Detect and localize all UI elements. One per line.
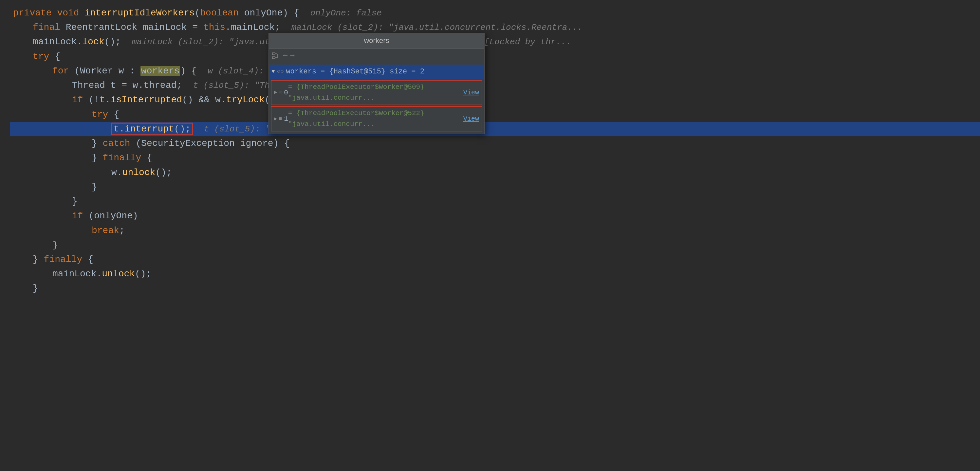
code-text: {	[108, 110, 119, 120]
code-text: (	[195, 8, 200, 18]
code-text: ();	[104, 37, 132, 47]
child-value: = {ThreadPoolExecutor$Worker@522} "java.…	[288, 108, 461, 129]
child-expand-icon: ▶	[274, 88, 277, 97]
code-text: }	[33, 254, 44, 265]
code-text: ();	[135, 269, 151, 279]
expand-arrow-icon: ▼	[271, 67, 275, 77]
child-key: 1	[284, 114, 288, 125]
code-text	[193, 124, 204, 134]
popup-child-row[interactable]: ▶ ≡ 0 = {ThreadPoolExecutor$Worker@509} …	[271, 80, 482, 105]
popup-title: workers	[269, 33, 484, 48]
child-value: = {ThreadPoolExecutor$Worker@509} "java.…	[288, 82, 461, 103]
popup-child-row[interactable]: ▶ ≡ 1 = {ThreadPoolExecutor$Worker@522} …	[271, 106, 482, 131]
method-name: interruptIdleWorkers	[84, 8, 194, 18]
code-text: {	[141, 153, 152, 163]
method-name: unlock	[123, 168, 156, 178]
code-text: Thread t = w.thread;	[72, 80, 193, 91]
keyword: final	[33, 22, 60, 32]
keyword: finally	[103, 153, 142, 163]
method-name: lock	[82, 37, 104, 47]
code-line: }	[10, 180, 980, 194]
forward-button[interactable]: →	[290, 50, 294, 61]
tree-icon	[271, 52, 281, 59]
code-line: break;	[10, 224, 980, 238]
code-text: mainLock.	[52, 269, 102, 279]
code-text: }	[92, 138, 103, 148]
inline-hint: mainLock (slot_2): "java.util.concurrent…	[291, 22, 582, 32]
code-line: try {	[10, 49, 980, 64]
code-line: for (Worker w : workers) { w (slot_4): "…	[10, 64, 980, 78]
code-line: mainLock.lock(); mainLock (slot_2): "jav…	[10, 35, 980, 49]
keyword: for	[52, 66, 69, 76]
code-text: {	[82, 254, 93, 265]
keyword: try	[33, 51, 49, 62]
code-text: }	[92, 153, 103, 163]
code-text: (SecurityException ignore) {	[130, 138, 290, 148]
code-line: }	[10, 238, 980, 252]
popup-toolbar: ← →	[269, 48, 484, 63]
list-item-icon: ≡	[279, 115, 282, 123]
code-line: }	[10, 281, 980, 295]
method-name: tryLock	[226, 95, 264, 105]
keyword: try	[92, 110, 108, 120]
popup-content: ▼ ○○ workers = {HashSet@515} size = 2 ▶ …	[269, 63, 484, 134]
method-name: isInterrupted	[111, 95, 182, 105]
code-line: mainLock.unlock();	[10, 267, 980, 281]
code-text: onlyOne) {	[239, 8, 310, 18]
code-text: .mainLock;	[225, 22, 291, 32]
workers-variable: workers	[140, 66, 180, 76]
keyword: if	[72, 211, 83, 221]
code-text: w.	[111, 168, 123, 178]
list-item-icon: ≡	[279, 88, 282, 97]
inline-hint: onlyOne: false	[310, 8, 382, 18]
svg-rect-1	[272, 57, 275, 59]
code-line: if (!t.isInterrupted() && w.tryLock()) {…	[10, 93, 980, 107]
keyword: catch	[103, 138, 130, 148]
keyword: this	[203, 22, 225, 32]
keyword: boolean	[200, 8, 239, 18]
code-text: ();	[155, 168, 172, 178]
keyword: if	[72, 95, 83, 105]
code-line: if (onlyOne)	[10, 209, 980, 223]
method-name: unlock	[102, 269, 135, 279]
keyword: break	[92, 225, 119, 236]
code-text: mainLock.	[33, 37, 82, 47]
svg-rect-0	[272, 53, 275, 55]
code-text: () && w.	[182, 95, 226, 105]
code-text: ;	[119, 225, 125, 236]
keyword: finally	[44, 254, 83, 265]
back-button[interactable]: ←	[283, 50, 288, 61]
keyword: private void	[13, 8, 84, 18]
code-line: }	[10, 194, 980, 209]
code-text: ) {	[180, 66, 208, 76]
code-text: }	[72, 196, 78, 206]
code-line: private void interruptIdleWorkers(boolea…	[10, 6, 980, 20]
interrupt-call: t.interrupt();	[111, 123, 193, 136]
root-item-text: workers = {HashSet@515} size = 2	[286, 66, 424, 77]
code-line: } finally {	[10, 151, 980, 165]
code-line: t.interrupt(); t (slot_5): "Threa...	[10, 122, 980, 136]
child-expand-icon: ▶	[274, 115, 277, 123]
code-line: w.unlock();	[10, 166, 980, 180]
workers-popup[interactable]: workers ← → ▼ ○○ workers = {HashSet@515}…	[269, 33, 485, 134]
code-line: try {	[10, 107, 980, 122]
code-text: {	[49, 51, 60, 62]
code-text: (!t.	[83, 95, 111, 105]
popup-children-list: ▶ ≡ 0 = {ThreadPoolExecutor$Worker@509} …	[269, 80, 484, 131]
code-text: (Worker w :	[69, 66, 140, 76]
code-text: }	[33, 283, 38, 293]
view-link[interactable]: View	[463, 88, 479, 98]
code-text: ReentrantLock mainLock =	[60, 22, 203, 32]
view-link[interactable]: View	[463, 114, 479, 124]
code-editor: private void interruptIdleWorkers(boolea…	[0, 0, 980, 302]
code-line: final ReentrantLock mainLock = this.main…	[10, 20, 980, 35]
child-key: 0	[284, 88, 288, 98]
code-text: (onlyOne)	[83, 211, 138, 221]
code-line: } catch (SecurityException ignore) {	[10, 136, 980, 151]
code-line: } finally {	[10, 252, 980, 267]
collection-icon: ○○	[277, 67, 284, 77]
code-text: }	[52, 240, 58, 250]
popup-root-row[interactable]: ▼ ○○ workers = {HashSet@515} size = 2	[269, 65, 484, 79]
code-line: Thread t = w.thread; t (slot_5): "Thread…	[10, 78, 980, 93]
code-text: }	[92, 182, 97, 192]
